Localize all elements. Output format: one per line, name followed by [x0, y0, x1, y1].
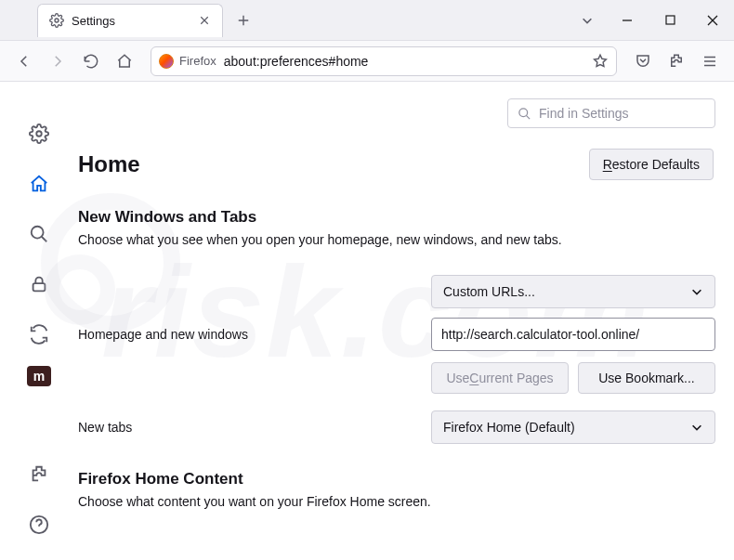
settings-search[interactable] — [507, 98, 715, 128]
section-desc-home-content: Choose what content you want on your Fir… — [78, 494, 715, 509]
section-heading-home-content: Firefox Home Content — [78, 470, 715, 488]
titlebar: Settings — [0, 0, 734, 41]
back-button[interactable] — [9, 46, 39, 76]
settings-sidebar: m — [0, 82, 78, 560]
navigation-toolbar: Firefox about:preferences#home — [0, 41, 734, 82]
app-menu-button[interactable] — [695, 46, 725, 76]
homepage-mode-value: Custom URLs... — [443, 284, 535, 299]
maximize-button[interactable] — [649, 0, 691, 41]
homepage-label: Homepage and new windows — [78, 327, 375, 342]
sidebar-item-general[interactable] — [20, 115, 58, 152]
identity-label: Firefox — [179, 54, 216, 68]
settings-search-input[interactable] — [539, 106, 705, 121]
sidebar-item-search[interactable] — [20, 215, 58, 253]
sidebar-item-help[interactable] — [20, 506, 58, 543]
search-icon — [518, 107, 531, 121]
use-current-pages-button[interactable]: Use Current Pages — [431, 362, 569, 394]
browser-tab[interactable]: Settings — [37, 4, 223, 37]
newtabs-select[interactable]: Firefox Home (Default) — [431, 410, 715, 444]
page-title: Home — [78, 151, 140, 177]
svg-point-0 — [55, 19, 59, 22]
svg-rect-4 — [33, 283, 46, 291]
url-text: about:preferences#home — [224, 54, 369, 69]
settings-page: risk.com m — [0, 82, 734, 560]
sidebar-item-extensions[interactable] — [20, 456, 58, 493]
window-controls — [606, 0, 734, 41]
svg-point-2 — [36, 131, 42, 137]
home-button[interactable] — [110, 46, 139, 76]
chevron-down-icon — [690, 285, 703, 298]
chevron-down-icon — [690, 421, 703, 434]
new-tab-button[interactable] — [229, 6, 258, 35]
firefox-icon — [159, 54, 174, 69]
use-bookmark-button[interactable]: Use Bookmark... — [578, 362, 715, 394]
homepage-mode-select[interactable]: Custom URLs... — [431, 275, 715, 308]
close-tab-button[interactable] — [196, 12, 213, 29]
bookmark-star-icon[interactable] — [592, 53, 609, 70]
section-desc-windows-tabs: Choose what you see when you open your h… — [78, 232, 715, 247]
site-identity[interactable]: Firefox — [159, 54, 216, 69]
gear-icon — [49, 13, 64, 28]
tabs-dropdown-button[interactable] — [572, 6, 602, 35]
homepage-url-input[interactable] — [431, 318, 715, 351]
newtabs-value: Firefox Home (Default) — [443, 420, 575, 435]
restore-defaults-button[interactable]: Restore Defaults — [589, 149, 714, 180]
sidebar-item-home[interactable] — [20, 165, 58, 202]
close-window-button[interactable] — [691, 0, 734, 41]
svg-point-6 — [519, 108, 528, 116]
sidebar-item-sync[interactable] — [20, 316, 58, 353]
settings-content: Home Restore Defaults New Windows and Ta… — [78, 82, 734, 560]
extensions-button[interactable] — [662, 46, 691, 76]
minimize-button[interactable] — [606, 0, 649, 41]
sidebar-item-m-ext[interactable]: m — [27, 366, 51, 386]
pocket-button[interactable] — [628, 46, 658, 76]
forward-button[interactable] — [43, 46, 72, 76]
newtabs-label: New tabs — [78, 420, 375, 435]
svg-rect-1 — [666, 16, 675, 24]
url-bar[interactable]: Firefox about:preferences#home — [151, 46, 617, 76]
section-heading-windows-tabs: New Windows and Tabs — [78, 208, 715, 227]
tab-title: Settings — [72, 14, 189, 28]
svg-point-3 — [32, 227, 44, 239]
reload-button[interactable] — [76, 46, 106, 76]
sidebar-item-privacy[interactable] — [20, 266, 58, 303]
